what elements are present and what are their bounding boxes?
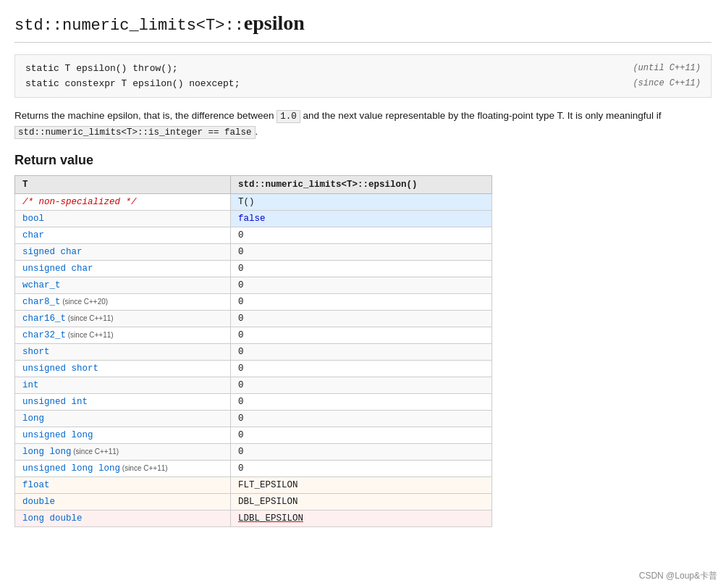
type-cell: unsigned char [15,261,231,277]
type-cell: long long (since C++11) [15,444,231,461]
table-row: unsigned long0 [15,427,492,444]
type-cell: double [15,494,231,511]
type-cell: /* non-specialized */ [15,194,231,211]
table-row: char0 [15,227,492,244]
value-cell: LDBL_EPSILON [230,511,491,527]
table-row: char32_t (since C++11)0 [15,327,492,344]
desc-text-middle: and the next value representable by the … [300,110,662,121]
value-cell: 0 [230,444,491,461]
table-row: long doubleLDBL_EPSILON [15,511,492,527]
table-row: unsigned short0 [15,361,492,377]
value-cell: 0 [230,377,491,394]
type-cell: char [15,227,231,244]
table-header-row: T std::numeric_limits<T>::epsilon() [15,176,492,194]
type-cell: unsigned short [15,361,231,377]
syntax-badge-2: (since C++11) [633,78,701,89]
type-cell: int [15,377,231,394]
table-row: char16_t (since C++11)0 [15,311,492,327]
table-row: unsigned char0 [15,261,492,277]
value-cell: 0 [230,394,491,411]
type-cell: unsigned long [15,427,231,444]
value-cell: 0 [230,344,491,361]
value-cell: 0 [230,294,491,311]
value-cell: 0 [230,227,491,244]
type-cell: char8_t (since C++20) [15,294,231,311]
syntax-box: static T epsilon() throw(); (until C++11… [14,54,712,98]
syntax-badge-1: (until C++11) [633,63,701,74]
desc-code-1: 1.0 [277,110,300,123]
section-title: Return value [14,153,712,168]
type-cell: char16_t (since C++11) [15,311,231,327]
page-title: std::numeric_limits<T>::epsilon [14,12,712,43]
table-row: long0 [15,411,492,427]
type-cell: wchar_t [15,277,231,294]
table-row: wchar_t0 [15,277,492,294]
return-value-table: T std::numeric_limits<T>::epsilon() /* n… [14,175,492,527]
value-cell: 0 [230,244,491,261]
table-row: short0 [15,344,492,361]
syntax-row-1: static T epsilon() throw(); (until C++11… [25,61,701,76]
value-cell: 0 [230,427,491,444]
type-cell: short [15,344,231,361]
table-row: unsigned long long (since C++11)0 [15,461,492,477]
type-cell: float [15,477,231,494]
value-cell: 0 [230,361,491,377]
syntax-code-1: static T epsilon() throw(); [25,63,178,74]
title-main: epsilon [244,12,305,34]
table-row: doubleDBL_EPSILON [15,494,492,511]
desc-code-2: std::numeric_limits<T>::is_integer == fa… [14,126,256,139]
type-cell: bool [15,211,231,227]
col-value-header: std::numeric_limits<T>::epsilon() [230,176,491,194]
value-cell: 0 [230,411,491,427]
table-row: unsigned int0 [15,394,492,411]
type-cell: unsigned int [15,394,231,411]
value-cell: false [230,211,491,227]
value-cell: FLT_EPSILON [230,477,491,494]
type-cell: signed char [15,244,231,261]
table-row: char8_t (since C++20)0 [15,294,492,311]
table-row: boolfalse [15,211,492,227]
table-row: /* non-specialized */T() [15,194,492,211]
desc-text-before: Returns the machine epsilon, that is, th… [14,110,277,121]
description: Returns the machine epsilon, that is, th… [14,108,712,140]
value-cell: 0 [230,327,491,344]
type-cell: char32_t (since C++11) [15,327,231,344]
syntax-code-2: static constexpr T epsilon() noexcept; [25,78,240,89]
type-cell: unsigned long long (since C++11) [15,461,231,477]
table-row: floatFLT_EPSILON [15,477,492,494]
value-cell: 0 [230,277,491,294]
value-cell: 0 [230,461,491,477]
type-cell: long [15,411,231,427]
table-row: long long (since C++11)0 [15,444,492,461]
desc-text-after: . [256,126,258,137]
value-cell: 0 [230,261,491,277]
col-type-header: T [15,176,231,194]
value-cell: DBL_EPSILON [230,494,491,511]
table-row: int0 [15,377,492,394]
value-cell: T() [230,194,491,211]
syntax-row-2: static constexpr T epsilon() noexcept; (… [25,76,701,91]
type-cell: long double [15,511,231,527]
table-row: signed char0 [15,244,492,261]
title-prefix: std::numeric_limits<T>:: [14,17,244,35]
value-cell: 0 [230,311,491,327]
